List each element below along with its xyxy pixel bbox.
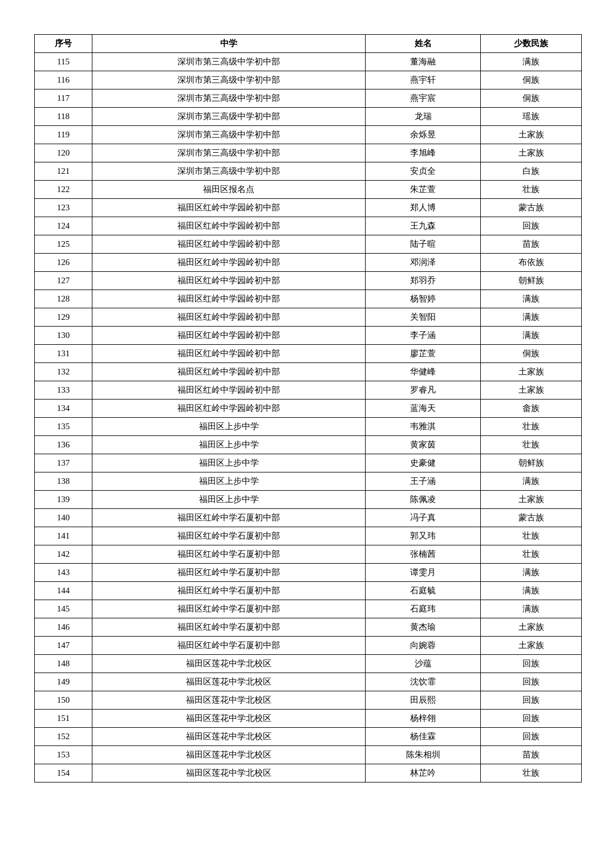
cell-name: 杨梓翎 xyxy=(366,710,481,728)
cell-seq: 127 xyxy=(35,272,92,290)
cell-seq: 129 xyxy=(35,308,92,327)
cell-name: 石庭毓 xyxy=(366,582,481,600)
cell-seq: 141 xyxy=(35,527,92,545)
cell-minority: 瑶族 xyxy=(481,108,582,126)
table-row: 116深圳市第三高级中学初中部燕宇轩侗族 xyxy=(35,71,582,89)
cell-school: 福田区上步中学 xyxy=(92,436,366,454)
table-row: 131福田区红岭中学园岭初中部廖芷萱侗族 xyxy=(35,345,582,363)
table-row: 144福田区红岭中学石厦初中部石庭毓满族 xyxy=(35,582,582,600)
cell-name: 陆子暄 xyxy=(366,235,481,254)
cell-school: 深圳市第三高级中学初中部 xyxy=(92,53,366,71)
cell-school: 福田区红岭中学石厦初中部 xyxy=(92,637,366,655)
cell-school: 福田区莲花中学北校区 xyxy=(92,710,366,728)
table-row: 137福田区上步中学史豪健朝鲜族 xyxy=(35,454,582,472)
cell-seq: 135 xyxy=(35,418,92,436)
cell-name: 石庭玮 xyxy=(366,600,481,618)
cell-minority: 回族 xyxy=(481,655,582,673)
table-row: 140福田区红岭中学石厦初中部冯子真蒙古族 xyxy=(35,509,582,527)
table-row: 149福田区莲花中学北校区沈饮霏回族 xyxy=(35,673,582,691)
cell-seq: 147 xyxy=(35,637,92,655)
cell-minority: 满族 xyxy=(481,290,582,308)
header-name: 姓名 xyxy=(366,35,481,53)
cell-name: 杨智婷 xyxy=(366,290,481,308)
cell-name: 韦雅淇 xyxy=(366,418,481,436)
table-row: 138福田区上步中学王子涵满族 xyxy=(35,472,582,491)
cell-name: 廖芷萱 xyxy=(366,345,481,363)
cell-minority: 土家族 xyxy=(481,618,582,637)
cell-school: 福田区红岭中学园岭初中部 xyxy=(92,199,366,217)
cell-school: 福田区红岭中学园岭初中部 xyxy=(92,363,366,381)
cell-seq: 144 xyxy=(35,582,92,600)
cell-name: 田辰熙 xyxy=(366,691,481,710)
cell-seq: 124 xyxy=(35,217,92,235)
table-row: 127福田区红岭中学园岭初中部郑羽乔朝鲜族 xyxy=(35,272,582,290)
cell-school: 深圳市第三高级中学初中部 xyxy=(92,71,366,89)
cell-seq: 116 xyxy=(35,71,92,89)
cell-minority: 土家族 xyxy=(481,381,582,400)
cell-school: 福田区红岭中学园岭初中部 xyxy=(92,327,366,345)
table-row: 126福田区红岭中学园岭初中部邓润泽布依族 xyxy=(35,254,582,272)
table-row: 153福田区莲花中学北校区陈朱相圳苗族 xyxy=(35,746,582,764)
cell-name: 李子涵 xyxy=(366,327,481,345)
table-row: 142福田区红岭中学石厦初中部张楠茜壮族 xyxy=(35,545,582,564)
cell-seq: 137 xyxy=(35,454,92,472)
cell-school: 福田区红岭中学园岭初中部 xyxy=(92,235,366,254)
cell-minority: 蒙古族 xyxy=(481,509,582,527)
cell-seq: 115 xyxy=(35,53,92,71)
cell-seq: 146 xyxy=(35,618,92,637)
cell-minority: 蒙古族 xyxy=(481,199,582,217)
cell-name: 陈朱相圳 xyxy=(366,746,481,764)
cell-school: 福田区莲花中学北校区 xyxy=(92,728,366,746)
table-row: 132福田区红岭中学园岭初中部华健峰土家族 xyxy=(35,363,582,381)
cell-seq: 145 xyxy=(35,600,92,618)
cell-seq: 121 xyxy=(35,162,92,181)
cell-school: 福田区红岭中学园岭初中部 xyxy=(92,217,366,235)
cell-seq: 142 xyxy=(35,545,92,564)
table-row: 147福田区红岭中学石厦初中部向婉蓉土家族 xyxy=(35,637,582,655)
cell-seq: 119 xyxy=(35,126,92,144)
table-row: 121深圳市第三高级中学初中部安贞全白族 xyxy=(35,162,582,181)
cell-name: 林芷吟 xyxy=(366,764,481,783)
cell-minority: 壮族 xyxy=(481,527,582,545)
cell-seq: 125 xyxy=(35,235,92,254)
table-header-row: 序号 中学 姓名 少数民族 xyxy=(35,35,582,53)
cell-name: 华健峰 xyxy=(366,363,481,381)
cell-school: 福田区莲花中学北校区 xyxy=(92,673,366,691)
table-row: 135福田区上步中学韦雅淇壮族 xyxy=(35,418,582,436)
cell-school: 福田区红岭中学石厦初中部 xyxy=(92,545,366,564)
cell-name: 史豪健 xyxy=(366,454,481,472)
cell-school: 福田区红岭中学石厦初中部 xyxy=(92,509,366,527)
cell-name: 蓝海天 xyxy=(366,400,481,418)
table-row: 151福田区莲花中学北校区杨梓翎回族 xyxy=(35,710,582,728)
cell-name: 杨佳霖 xyxy=(366,728,481,746)
cell-school: 福田区红岭中学园岭初中部 xyxy=(92,381,366,400)
table-row: 145福田区红岭中学石厦初中部石庭玮满族 xyxy=(35,600,582,618)
cell-minority: 朝鲜族 xyxy=(481,272,582,290)
cell-name: 李旭峰 xyxy=(366,144,481,162)
cell-name: 余烁昱 xyxy=(366,126,481,144)
cell-school: 福田区红岭中学园岭初中部 xyxy=(92,290,366,308)
table-row: 118深圳市第三高级中学初中部龙瑞瑶族 xyxy=(35,108,582,126)
cell-school: 福田区报名点 xyxy=(92,181,366,199)
header-minority: 少数民族 xyxy=(481,35,582,53)
cell-minority: 土家族 xyxy=(481,144,582,162)
header-school: 中学 xyxy=(92,35,366,53)
table-row: 117深圳市第三高级中学初中部燕宇宸侗族 xyxy=(35,89,582,108)
main-table: 序号 中学 姓名 少数民族 115深圳市第三高级中学初中部董海融满族116深圳市… xyxy=(34,34,582,783)
cell-name: 黄杰瑜 xyxy=(366,618,481,637)
cell-minority: 回族 xyxy=(481,673,582,691)
table-row: 148福田区莲花中学北校区沙蕴回族 xyxy=(35,655,582,673)
cell-name: 王子涵 xyxy=(366,472,481,491)
cell-seq: 139 xyxy=(35,491,92,509)
table-row: 152福田区莲花中学北校区杨佳霖回族 xyxy=(35,728,582,746)
cell-minority: 侗族 xyxy=(481,345,582,363)
cell-school: 福田区莲花中学北校区 xyxy=(92,746,366,764)
cell-name: 王九森 xyxy=(366,217,481,235)
table-row: 128福田区红岭中学园岭初中部杨智婷满族 xyxy=(35,290,582,308)
cell-school: 福田区红岭中学石厦初中部 xyxy=(92,527,366,545)
cell-school: 福田区上步中学 xyxy=(92,454,366,472)
cell-minority: 回族 xyxy=(481,691,582,710)
table-row: 119深圳市第三高级中学初中部余烁昱土家族 xyxy=(35,126,582,144)
cell-minority: 土家族 xyxy=(481,363,582,381)
cell-seq: 154 xyxy=(35,764,92,783)
